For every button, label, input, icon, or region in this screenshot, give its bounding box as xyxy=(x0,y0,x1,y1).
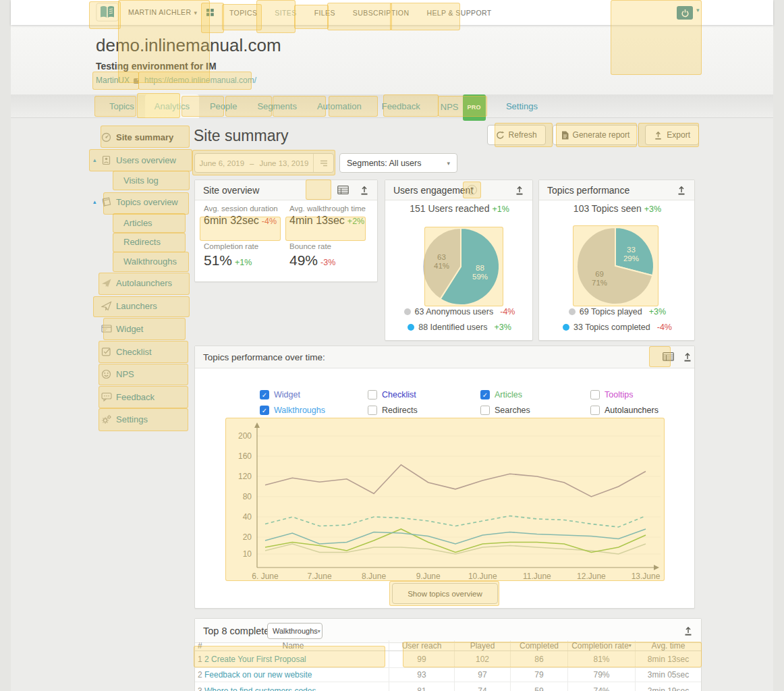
table-row[interactable]: 12 Create Your First Proposal991028681%8… xyxy=(195,651,701,668)
nav-item-files[interactable]: FILES xyxy=(306,9,344,17)
series-checkbox-redirects[interactable]: Redirects xyxy=(368,406,418,415)
sidebar-item-launchers[interactable]: Launchers xyxy=(88,296,196,315)
sidebar-item-topics-overview[interactable]: ▴Topics overview xyxy=(88,192,196,211)
topics-over-time-title: Topics performance over time: xyxy=(203,346,325,368)
series-checkbox-tooltips[interactable]: Tooltips xyxy=(590,390,633,399)
column-header-name[interactable]: Name xyxy=(204,640,382,651)
help-icon[interactable]: ? xyxy=(467,185,477,195)
table-cell: 93 xyxy=(389,668,454,682)
sidebar-item-settings[interactable]: Settings xyxy=(88,410,196,429)
generate-report-button[interactable]: Generate report xyxy=(553,125,639,145)
checkbox-unchecked-icon[interactable] xyxy=(590,406,600,415)
show-topics-overview-button[interactable]: Show topics overview xyxy=(392,583,498,604)
sidebar-item-label: Autolaunchers xyxy=(116,278,172,288)
power-dropdown-caret-icon[interactable]: ▾ xyxy=(696,7,700,13)
sidebar-item-autolaunchers[interactable]: Autolaunchers xyxy=(88,273,196,292)
top-nav-items: TOPICSSITESFILESSUBSCRIPTIONHELP & SUPPO… xyxy=(221,0,501,25)
tab-segments[interactable]: Segments xyxy=(248,94,306,118)
gears-icon xyxy=(101,414,112,424)
series-checkbox-autolaunchers[interactable]: Autolaunchers xyxy=(590,406,659,415)
checkbox-unchecked-icon[interactable] xyxy=(590,390,600,399)
pie-slice-percent: 41% xyxy=(434,262,449,270)
sidebar-item-checklist[interactable]: Checklist xyxy=(88,342,196,361)
export-icon[interactable] xyxy=(360,186,369,195)
checkbox-checked-icon[interactable]: ✓ xyxy=(260,406,269,415)
sidebar-item-walkthroughs[interactable]: Walkthroughs xyxy=(88,252,196,271)
sidebar-item-widget[interactable]: Widget xyxy=(88,319,196,338)
column-header-[interactable]: # xyxy=(198,640,204,651)
series-checkbox-widget[interactable]: ✓Widget xyxy=(260,390,300,399)
user-menu[interactable]: MARTIN AICHLER▾ xyxy=(128,0,197,25)
sidebar-item-feedback[interactable]: Feedback xyxy=(88,387,196,406)
series-checkbox-searches[interactable]: Searches xyxy=(480,406,530,415)
sidebar-item-nps[interactable]: NPS xyxy=(88,364,196,383)
sidebar-item-visits-log[interactable]: Visits log xyxy=(88,171,196,190)
sidebar-item-redirects[interactable]: Redirects xyxy=(88,232,196,251)
x-axis-tick: 13.June xyxy=(632,572,661,581)
nav-item-sites[interactable]: SITES xyxy=(266,9,305,17)
export-icon[interactable] xyxy=(683,626,693,636)
series-checkbox-articles[interactable]: ✓Articles xyxy=(480,390,522,399)
sidebar-item-site-summary[interactable]: Site summary xyxy=(88,128,196,146)
export-button[interactable]: Export xyxy=(645,125,699,145)
checkbox-checked-icon[interactable]: ✓ xyxy=(480,390,490,399)
column-header-completion-rate[interactable]: Completion rate ▾ xyxy=(567,640,635,651)
tab-analytics[interactable]: Analytics xyxy=(145,94,199,118)
column-header-played[interactable]: Played xyxy=(454,640,510,651)
table-row[interactable]: 2Feedback on our new website93977979%3mi… xyxy=(195,668,701,682)
site-url-link[interactable]: https://demo.inlinemanual.com/ xyxy=(144,76,256,85)
topics-seen-headline: 103 Topics seen+3% xyxy=(539,203,696,214)
legend-text: 63 Anonymous users xyxy=(415,307,494,316)
series-checkbox-walkthroughs[interactable]: ✓Walkthroughs xyxy=(260,406,325,415)
metric-bounce-rate: Bounce rate49%-3% xyxy=(289,242,374,269)
checkbox-checked-icon[interactable]: ✓ xyxy=(260,390,269,399)
nav-item-help-support[interactable]: HELP & SUPPORT xyxy=(418,9,500,17)
dashboard-grid-icon[interactable] xyxy=(206,8,215,17)
topic-name-link[interactable]: 2 Create Your First Proposal xyxy=(204,651,382,667)
date-range-menu-icon[interactable] xyxy=(313,154,333,172)
metric-completion-rate: Completion rate51%+1% xyxy=(204,242,288,269)
collapse-triangle-icon[interactable]: ▴ xyxy=(93,157,96,163)
segments-select[interactable]: Segments: All users ▾ xyxy=(339,153,457,173)
external-link-icon[interactable] xyxy=(133,76,141,84)
refresh-button[interactable]: Refresh xyxy=(487,125,546,145)
site-owner-link[interactable]: MartinUX xyxy=(96,76,130,85)
tab-settings[interactable]: Settings xyxy=(497,94,547,118)
checkbox-unchecked-icon[interactable] xyxy=(368,406,377,415)
sidebar-item-label: Widget xyxy=(116,324,143,334)
column-header-user-reach[interactable]: User reach xyxy=(389,640,454,651)
date-range-input[interactable]: June 6, 2019 – June 13, 2019 xyxy=(194,153,334,173)
tab-nps[interactable]: NPSPRO xyxy=(431,94,495,118)
sidebar-item-label: NPS xyxy=(116,369,134,379)
table-row[interactable]: 3Where to find customers codes81745974%2… xyxy=(195,682,701,691)
series-checkbox-checklist[interactable]: Checklist xyxy=(368,390,416,399)
users-reached-headline: 151 Users reached+1% xyxy=(385,203,534,214)
topic-name-link[interactable]: Feedback on our new website xyxy=(204,668,382,682)
export-icon[interactable] xyxy=(515,186,524,195)
topic-type-select[interactable]: Walkthroughs ▾ xyxy=(267,623,323,639)
topic-name-link[interactable]: Where to find customers codes xyxy=(204,682,382,691)
sidebar-item-users-overview[interactable]: ▴Users overview xyxy=(88,150,196,169)
table-view-icon[interactable] xyxy=(337,186,349,194)
y-axis-tick: 80 xyxy=(243,492,252,501)
tab-people[interactable]: People xyxy=(200,94,246,118)
series-line-walkthroughs-b xyxy=(265,529,646,544)
table-view-icon[interactable] xyxy=(663,352,674,361)
logout-power-button[interactable] xyxy=(677,6,693,20)
nav-item-topics[interactable]: TOPICS xyxy=(221,9,266,17)
inline-manual-logo-icon[interactable] xyxy=(96,3,119,22)
widget-icon xyxy=(101,324,112,334)
tab-topics[interactable]: Topics xyxy=(100,94,144,118)
checkbox-unchecked-icon[interactable] xyxy=(480,406,490,415)
column-header-completed[interactable]: Completed xyxy=(510,640,567,651)
nav-item-subscription[interactable]: SUBSCRIPTION xyxy=(344,9,418,17)
tab-feedback[interactable]: Feedback xyxy=(372,94,430,118)
checkbox-unchecked-icon[interactable] xyxy=(368,390,377,399)
column-header-avg-time[interactable]: Avg. time xyxy=(635,640,701,651)
tab-automation[interactable]: Automation xyxy=(308,94,371,118)
sidebar-item-articles[interactable]: Articles xyxy=(88,213,196,232)
export-icon[interactable] xyxy=(677,186,686,195)
export-icon[interactable] xyxy=(683,352,692,362)
sidebar-item-label: Settings xyxy=(116,414,148,424)
collapse-triangle-icon[interactable]: ▴ xyxy=(93,198,96,205)
